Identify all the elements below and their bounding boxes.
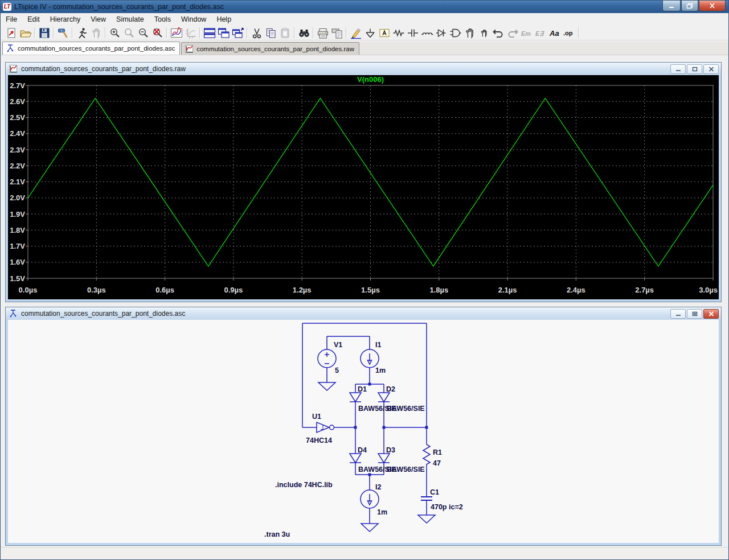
minimize-button[interactable]: [670, 309, 686, 319]
tab-schematic[interactable]: commutation_sources_courants_par_pont_di…: [2, 42, 180, 55]
ref-label-R1[interactable]: R1: [433, 448, 442, 456]
value-label-I2[interactable]: 1m: [377, 508, 387, 516]
menu-tools[interactable]: Tools: [149, 14, 176, 25]
undo-button[interactable]: [491, 26, 505, 39]
spice-directive[interactable]: .tran 3u: [264, 530, 290, 538]
restore-button[interactable]: [681, 1, 698, 11]
ground-symbol: [361, 524, 378, 532]
ref-label-D1[interactable]: D1: [358, 385, 367, 393]
value-label-D3[interactable]: BAW56/SIE: [387, 466, 425, 473]
schematic-window-titlebar[interactable]: commutation_sources_courants_par_pont_di…: [6, 307, 721, 320]
find-button[interactable]: [297, 26, 311, 39]
junction-dot: [368, 383, 371, 386]
resistor-R1[interactable]: [423, 444, 430, 467]
value-label-R1[interactable]: 47: [433, 459, 441, 467]
ref-label-D4[interactable]: D4: [358, 446, 367, 454]
paste-icon: [279, 27, 292, 39]
ground-button[interactable]: [363, 26, 377, 39]
value-label-C1[interactable]: 470p ic=2: [431, 503, 463, 511]
restore-button[interactable]: [687, 309, 702, 319]
zoom-out-button[interactable]: [136, 26, 150, 39]
close-button[interactable]: [703, 64, 719, 74]
print-button[interactable]: [316, 26, 330, 39]
capacitor-button[interactable]: [406, 26, 420, 39]
cascade-button[interactable]: [231, 26, 245, 39]
diode-D3[interactable]: [378, 454, 390, 463]
new-schematic-button[interactable]: [4, 26, 18, 39]
schematic-canvas[interactable]: V15I11mD1BAW56/SIED2BAW56/SIEU174HC14D4B…: [8, 320, 719, 543]
ref-label-I1[interactable]: I1: [375, 341, 381, 349]
menu-view[interactable]: View: [85, 14, 111, 25]
value-label-V1[interactable]: 5: [335, 367, 339, 374]
toolbar-separator: [34, 27, 35, 38]
waveform-window: commutation_sources_courants_par_pont_di…: [5, 62, 722, 302]
move-button[interactable]: [462, 26, 477, 39]
x-tick-label: 0.0µs: [19, 286, 38, 294]
component-button[interactable]: [448, 26, 462, 39]
capacitor-C1[interactable]: [421, 497, 432, 500]
y-tick-label: 1.6V: [10, 258, 25, 266]
spice-directive-button[interactable]: .op: [562, 26, 576, 39]
open-folder-button[interactable]: [18, 26, 32, 39]
ref-label-V1[interactable]: V1: [334, 341, 342, 349]
diode-D4[interactable]: [350, 454, 361, 463]
ref-label-U1[interactable]: U1: [312, 413, 321, 421]
ref-label-I2[interactable]: I2: [375, 483, 381, 491]
ref-label-D3[interactable]: D3: [386, 446, 395, 454]
waveform-plot-area[interactable]: 0.0µs0.3µs0.6µs0.9µs1.2µs1.5µs1.8µs2.1µs…: [8, 75, 719, 299]
net-label-button[interactable]: [377, 26, 391, 39]
value-label-U1[interactable]: 74HC14: [306, 437, 332, 444]
tile-horizontal-button[interactable]: [216, 26, 231, 39]
toolbar-separator: [313, 27, 314, 38]
halt-button: [89, 26, 103, 39]
close-button[interactable]: [703, 309, 719, 319]
autorange-button[interactable]: [169, 26, 183, 39]
wire-button[interactable]: [349, 26, 363, 39]
minimize-button[interactable]: [670, 64, 686, 74]
drag-button[interactable]: [477, 26, 491, 39]
zoom-full-extents-button[interactable]: [150, 26, 165, 39]
tab-waveform[interactable]: commutation_sources_courants_par_pont_di…: [181, 42, 359, 55]
ltspice-logo-icon: LT: [3, 3, 11, 11]
resistor-button[interactable]: [391, 26, 406, 39]
menu-window[interactable]: Window: [176, 14, 211, 25]
redo-icon: [506, 27, 519, 39]
cut-button[interactable]: [249, 26, 264, 39]
diode-D1[interactable]: [350, 393, 361, 402]
diode-button[interactable]: [434, 26, 448, 39]
text-button[interactable]: Aa: [548, 26, 562, 39]
ref-label-C1[interactable]: C1: [430, 488, 439, 496]
tile-vertical-button[interactable]: [202, 26, 216, 39]
zoom-in-button[interactable]: [108, 26, 122, 39]
menu-edit[interactable]: Edit: [22, 14, 45, 25]
voltage-source-V1[interactable]: [318, 349, 336, 368]
menu-file[interactable]: File: [1, 14, 22, 25]
save-button[interactable]: [37, 26, 51, 39]
menu-simulate[interactable]: Simulate: [111, 14, 149, 25]
waveform-doc-icon: [8, 64, 18, 73]
waveform-window-titlebar[interactable]: commutation_sources_courants_par_pont_di…: [6, 63, 721, 75]
inductor-button[interactable]: [420, 26, 434, 39]
component-icon: [449, 27, 462, 39]
minimize-button[interactable]: [662, 1, 681, 11]
new-schematic-icon: [5, 27, 18, 39]
inductor-icon: [420, 27, 434, 39]
waveform-window-title: commutation_sources_courants_par_pont_di…: [21, 65, 186, 73]
diode-D2[interactable]: [378, 393, 390, 402]
value-label-I1[interactable]: 1m: [375, 367, 386, 374]
menu-hierarchy[interactable]: Hierarchy: [45, 14, 86, 25]
spice-directive-icon: .op: [563, 27, 576, 39]
control-panel-button[interactable]: [56, 26, 70, 39]
spice-directive[interactable]: .include 74HC.lib: [275, 481, 333, 489]
ref-label-D2[interactable]: D2: [386, 385, 395, 393]
print-preview-button[interactable]: [330, 26, 344, 39]
close-button[interactable]: [699, 1, 726, 11]
menu-help[interactable]: Help: [211, 14, 236, 25]
zoom-out-icon: [137, 27, 150, 39]
y-tick-label: 2.3V: [10, 146, 25, 154]
run-button[interactable]: [75, 26, 89, 39]
toolbar-separator: [294, 27, 295, 38]
value-label-D2[interactable]: BAW56/SIE: [387, 405, 425, 413]
maximize-button[interactable]: [687, 64, 702, 74]
copy-button[interactable]: [264, 26, 278, 39]
